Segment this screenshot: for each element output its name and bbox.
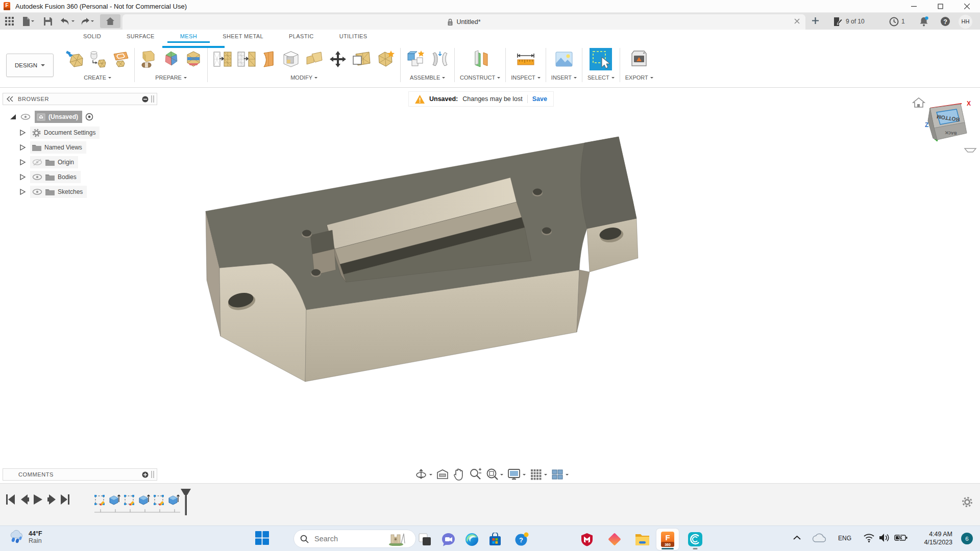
- timeline-feature-extrude[interactable]: [138, 494, 150, 506]
- browser-root-row[interactable]: (Unsaved): [9, 110, 93, 123]
- add-comment-icon[interactable]: [142, 471, 149, 478]
- zoom-window-button[interactable]: [485, 468, 503, 481]
- timeline-play-button[interactable]: [33, 494, 43, 505]
- plane-cut-icon[interactable]: [352, 50, 371, 68]
- timeline-skip-start-button[interactable]: [5, 494, 15, 505]
- help-button[interactable]: ?: [940, 14, 950, 29]
- tab-sheet-metal[interactable]: SHEET METAL: [210, 30, 276, 43]
- assemble-dropdown[interactable]: ASSEMBLE: [410, 74, 445, 81]
- joint-icon[interactable]: [431, 49, 449, 69]
- microsoft-store-button[interactable]: [484, 529, 506, 550]
- battery-tray-button[interactable]: [894, 534, 908, 541]
- onedrive-tray-button[interactable]: [812, 533, 826, 543]
- mcafee-button[interactable]: [576, 529, 598, 550]
- select-dropdown[interactable]: SELECT: [587, 74, 615, 81]
- timeline-feature-sketch[interactable]: [123, 494, 135, 506]
- expand-arrow-icon[interactable]: [19, 173, 26, 181]
- document-tab[interactable]: Untitled*: [122, 14, 805, 30]
- erase-fill-icon[interactable]: [261, 50, 276, 68]
- smooth-icon[interactable]: [376, 49, 395, 69]
- close-button[interactable]: [953, 0, 980, 12]
- tray-chevron-button[interactable]: [793, 535, 801, 540]
- insert-image-icon[interactable]: [554, 49, 574, 69]
- timeline-feature-sketch[interactable]: [93, 494, 106, 506]
- diamond-app-button[interactable]: [603, 529, 626, 550]
- extension-clock-button[interactable]: 1: [889, 14, 905, 29]
- browser-item-named-views[interactable]: Named Views: [19, 141, 86, 154]
- panel-drag-handle-icon[interactable]: [151, 95, 155, 103]
- look-at-button[interactable]: [436, 468, 449, 481]
- orbit-button[interactable]: [414, 468, 432, 481]
- expand-arrow-icon[interactable]: [9, 113, 16, 120]
- reduce-icon[interactable]: [237, 50, 256, 68]
- expand-arrow-icon[interactable]: [19, 159, 26, 166]
- clock-date-tray[interactable]: 4:49 AM 4/15/2023: [924, 530, 952, 546]
- tab-solid[interactable]: SOLID: [70, 30, 114, 43]
- generate-face-groups-icon[interactable]: [162, 50, 180, 68]
- maximize-button[interactable]: [927, 0, 953, 12]
- app-grid-button[interactable]: [5, 15, 14, 28]
- visibility-eye-icon[interactable]: [32, 188, 42, 195]
- start-button[interactable]: [255, 531, 269, 545]
- close-tab-button[interactable]: [794, 18, 800, 24]
- redo-button[interactable]: [80, 15, 94, 28]
- select-tool-icon[interactable]: [590, 48, 612, 70]
- prepare-dropdown[interactable]: PREPARE: [155, 74, 187, 81]
- timeline-skip-end-button[interactable]: [60, 494, 70, 505]
- search-highlight-image[interactable]: [387, 532, 405, 546]
- insert-mesh-icon[interactable]: [66, 50, 84, 68]
- viewports-button[interactable]: [551, 468, 569, 481]
- export-dropdown[interactable]: EXPORT: [625, 74, 653, 81]
- notifications-button[interactable]: [919, 14, 929, 29]
- remesh-icon[interactable]: [213, 50, 232, 68]
- shell-icon[interactable]: [281, 49, 300, 69]
- weather-widget[interactable]: 44°F Rain: [8, 530, 42, 545]
- tab-mesh[interactable]: MESH: [167, 30, 210, 43]
- mesh-section-sketch-icon[interactable]: [111, 50, 129, 68]
- timeline-settings-button[interactable]: [962, 496, 973, 508]
- expand-arrow-icon[interactable]: [19, 144, 26, 151]
- file-menu-button[interactable]: [22, 15, 34, 28]
- job-status-button[interactable]: 9 of 10: [833, 14, 865, 29]
- taskbar-search[interactable]: [293, 530, 416, 548]
- create-mesh-icon[interactable]: [89, 50, 106, 68]
- repair-mesh-icon[interactable]: [185, 50, 202, 68]
- viewcube-home-icon[interactable]: [913, 98, 924, 107]
- wifi-tray-button[interactable]: [864, 534, 874, 542]
- tab-surface[interactable]: SURFACE: [114, 30, 167, 43]
- timeline-feature-extrude[interactable]: [108, 494, 120, 506]
- visibility-off-eye-icon[interactable]: [32, 159, 42, 166]
- browser-item-document-settings[interactable]: Document Settings: [19, 126, 100, 139]
- timeline-feature-extrude[interactable]: [167, 494, 180, 506]
- grid-snap-button[interactable]: [529, 468, 547, 481]
- task-view-button[interactable]: [413, 529, 436, 550]
- activate-radio-icon[interactable]: [85, 113, 93, 121]
- edge-browser-button[interactable]: [460, 529, 483, 550]
- fusion-360-taskbar-button[interactable]: F 360: [656, 529, 679, 550]
- measure-icon[interactable]: [516, 49, 536, 69]
- language-indicator[interactable]: ENG: [838, 535, 851, 542]
- design-workspace-selector[interactable]: DESIGN: [6, 54, 54, 77]
- timeline-playhead[interactable]: [180, 489, 192, 515]
- tab-utilities[interactable]: UTILITIES: [327, 30, 380, 43]
- construction-plane-icon[interactable]: [470, 49, 491, 69]
- volume-tray-button[interactable]: [879, 533, 890, 542]
- export-3d-print-icon[interactable]: [629, 49, 649, 69]
- visibility-eye-icon[interactable]: [20, 113, 31, 120]
- timeline-step-back-button[interactable]: [19, 494, 30, 505]
- view-cube[interactable]: X Z BOTTOM BACK: [910, 91, 978, 155]
- viewcube-menu-icon[interactable]: [965, 148, 976, 152]
- inspect-dropdown[interactable]: INSPECT: [511, 74, 541, 81]
- search-input[interactable]: [313, 534, 387, 543]
- browser-item-origin[interactable]: Origin: [19, 156, 78, 169]
- create-dropdown[interactable]: CREATE: [84, 74, 111, 81]
- save-button[interactable]: [44, 15, 52, 28]
- new-component-icon[interactable]: [406, 49, 426, 69]
- combine-icon[interactable]: [305, 50, 324, 68]
- new-tab-button[interactable]: [812, 17, 819, 24]
- home-button[interactable]: [100, 14, 120, 28]
- move-copy-icon[interactable]: [329, 50, 347, 68]
- user-avatar[interactable]: HH: [959, 14, 972, 29]
- get-started-button[interactable]: ?: [510, 529, 533, 550]
- modify-dropdown[interactable]: MODIFY: [290, 74, 317, 81]
